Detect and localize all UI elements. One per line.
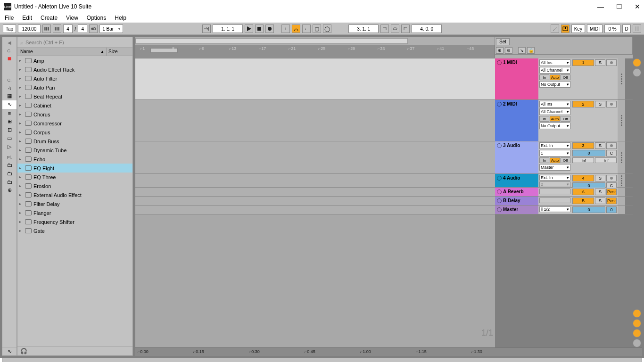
track-header[interactable]: 3 Audio Ext. In▾ 1▾ InAutoOff Master▾ 3S… <box>495 141 633 174</box>
capture-button[interactable]: ▢ <box>313 25 321 33</box>
output-dropdown[interactable]: No Output▾ <box>539 123 570 129</box>
time-sig-num[interactable]: 4 <box>63 25 73 33</box>
mixer-section-toggle[interactable] <box>633 309 641 318</box>
track-fold-button[interactable] <box>497 102 502 107</box>
track-lane[interactable] <box>135 58 495 100</box>
browser-item[interactable]: ▸External Audio Effect <box>17 190 132 199</box>
session-record-button[interactable]: ◯ <box>323 25 331 33</box>
time-sig-den[interactable]: 4 <box>78 25 87 33</box>
column-name-header[interactable]: Name <box>20 49 33 54</box>
category-plugins-icon[interactable]: ⊡ <box>2 126 17 134</box>
track-name[interactable]: 1 MIDI <box>503 60 517 65</box>
browser-item[interactable]: ▸Compressor <box>17 119 132 128</box>
menu-help[interactable]: Help <box>115 15 126 21</box>
track-header[interactable]: 2 MIDI All Ins▾ All Channel▾ InAutoOff N… <box>495 100 633 141</box>
input-channel-dropdown[interactable]: 1▾ <box>539 150 570 156</box>
browser-item[interactable]: ▸Corpus <box>17 128 132 137</box>
browser-item[interactable]: ▸EQ Three <box>17 173 132 181</box>
menu-options[interactable]: Options <box>87 15 106 21</box>
preview-button[interactable]: 🎧 <box>20 348 27 354</box>
places-packs-icon[interactable]: 🗀 <box>2 161 17 169</box>
back-to-arrangement-button[interactable]: ⊕ <box>496 47 504 54</box>
input-channel-dropdown[interactable]: All Channel▾ <box>539 108 570 115</box>
browser-item[interactable]: ▸Chorus <box>17 110 132 119</box>
menu-view[interactable]: View <box>66 15 78 21</box>
reenable-automation-button[interactable]: ← <box>302 25 311 33</box>
minimize-button[interactable]: ― <box>597 3 604 10</box>
category-instruments-icon[interactable]: ▦ <box>2 92 17 100</box>
close-button[interactable]: ✕ <box>635 3 640 10</box>
nudge-up-button[interactable] <box>53 25 61 33</box>
metronome-button[interactable] <box>89 25 98 33</box>
browser-item[interactable]: ▸Dynamic Tube <box>17 146 132 155</box>
column-size-header[interactable]: Size <box>106 48 132 56</box>
track-fold-button[interactable] <box>497 176 502 181</box>
places-add-folder-icon[interactable]: ⊕ <box>2 186 17 195</box>
browser-item[interactable]: ▸Filter Delay <box>17 199 132 208</box>
key-map-button[interactable]: Key <box>571 25 585 33</box>
track-name[interactable]: 4 Audio <box>503 175 520 181</box>
return-tracks-toggle[interactable] <box>633 319 641 328</box>
category-midi-effects-icon[interactable]: ≡ <box>2 109 17 117</box>
collapse-browser-button[interactable]: ◀ <box>8 40 11 45</box>
browser-item[interactable]: ▸Audio Effect Rack <box>17 65 132 74</box>
crossfader-toggle[interactable] <box>633 329 641 337</box>
stop-button[interactable] <box>255 25 264 33</box>
master-header[interactable]: Master ii 1/2▾ 00 <box>495 206 633 214</box>
set-button[interactable]: Set <box>496 38 510 45</box>
draw-mode-button[interactable] <box>551 25 559 33</box>
input-type-dropdown[interactable]: All Ins▾ <box>539 59 570 66</box>
browser-item[interactable]: ▸Frequency Shifter <box>17 217 132 226</box>
return-header[interactable]: B Delay BSPost <box>495 197 633 206</box>
track-name[interactable]: 3 Audio <box>503 143 520 148</box>
track-fold-button[interactable] <box>497 60 502 65</box>
sort-asc-icon[interactable]: ▲ <box>100 49 104 54</box>
browser-item[interactable]: ▸Gate <box>17 226 132 235</box>
overdub-button[interactable]: + <box>281 25 290 33</box>
browser-item[interactable]: ▸Auto Pan <box>17 83 132 92</box>
loop-start[interactable]: 3. 1. 1 <box>348 25 379 33</box>
browser-item[interactable]: ▸EQ Eight <box>17 164 132 173</box>
master-lane[interactable] <box>135 206 495 214</box>
menu-file[interactable]: File <box>5 15 14 21</box>
output-dropdown[interactable]: Master▾ <box>539 164 570 171</box>
browser-search-input[interactable] <box>25 40 130 45</box>
browser-item[interactable]: ▸Cabinet <box>17 101 132 110</box>
lock-envelopes-button[interactable]: 🔒 <box>527 47 535 54</box>
session-arrange-toggle[interactable] <box>633 58 641 67</box>
beat-ruler[interactable]: ⌐1⌐5⌐9⌐13⌐17⌐21⌐25⌐29⌐33⌐37⌐41⌐45 <box>135 45 495 58</box>
input-type-dropdown[interactable]: Ext. In▾ <box>539 142 570 149</box>
quantize-menu[interactable]: 1 Bar <box>99 25 123 33</box>
category-maxforlive-icon[interactable]: ⊞ <box>2 117 17 126</box>
arrangement-position[interactable]: 1. 1. 1 <box>213 25 243 33</box>
places-user-icon[interactable]: 🗀 <box>2 169 17 178</box>
time-ruler[interactable]: ⌐0:00⌐0:15⌐0:30⌐0:45⌐1:00⌐1:15⌐1:30 <box>135 347 495 356</box>
menu-edit[interactable]: Edit <box>22 15 32 21</box>
record-button[interactable] <box>265 25 274 33</box>
return-name[interactable]: A Reverb <box>503 189 524 194</box>
browser-item[interactable]: ▸Flanger <box>17 208 132 217</box>
track-delay-button[interactable]: ↘ <box>518 47 526 54</box>
track-name[interactable]: 2 MIDI <box>503 101 517 107</box>
browser-item[interactable]: ▸Echo <box>17 155 132 164</box>
category-audio-effects-icon[interactable]: ∿ <box>2 100 17 109</box>
browser-item[interactable]: ▸Beat Repeat <box>17 92 132 101</box>
return-lane[interactable] <box>135 197 495 206</box>
overview-scrollbar[interactable] <box>135 37 495 45</box>
tempo-field[interactable]: 120.00 <box>18 25 41 33</box>
browser-list[interactable]: ▸Amp▸Audio Effect Rack▸Auto Filter▸Auto … <box>17 56 132 346</box>
maximize-button[interactable]: ☐ <box>616 3 622 10</box>
browser-item[interactable]: ▸Erosion <box>17 181 132 190</box>
punch-out-button[interactable] <box>401 25 410 33</box>
return-lane[interactable] <box>135 188 495 197</box>
midi-map-button[interactable]: MIDI <box>587 25 603 33</box>
nudge-down-button[interactable] <box>42 25 51 33</box>
track-lane[interactable] <box>135 141 495 174</box>
output-dropdown[interactable]: No Output▾ <box>539 81 570 88</box>
browser-item[interactable]: ▸Drum Buss <box>17 137 132 146</box>
loop-button[interactable] <box>391 25 399 33</box>
track-options-toggle[interactable] <box>633 339 641 347</box>
menu-create[interactable]: Create <box>41 15 58 21</box>
return-header[interactable]: A Reverb ASPost <box>495 188 633 197</box>
follow-button[interactable] <box>202 25 211 33</box>
